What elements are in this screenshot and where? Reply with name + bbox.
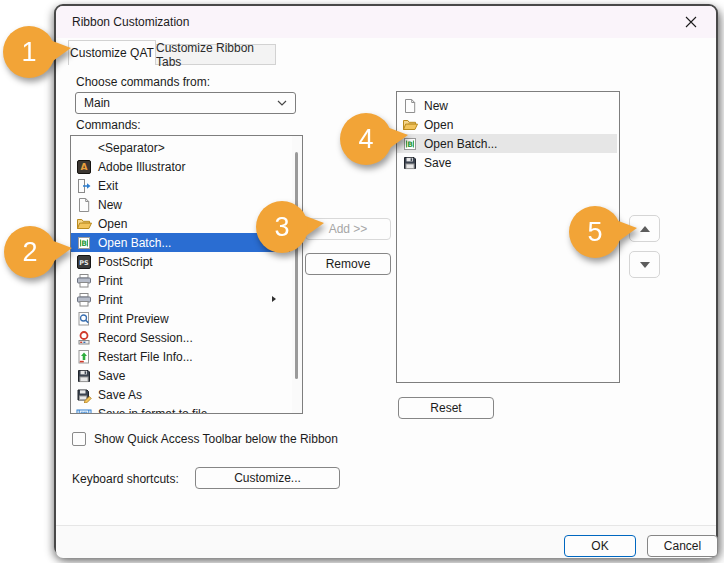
open-batch-icon: B <box>76 235 92 251</box>
tab-customize-qat[interactable]: Customize QAT <box>68 40 156 65</box>
restart-file-info-icon <box>76 349 92 365</box>
show-qat-below-ribbon-row: Show Quick Access Toolbar below the Ribb… <box>72 432 338 446</box>
tab-label: Customize QAT <box>70 46 154 60</box>
svg-text:B: B <box>81 238 87 247</box>
list-item[interactable]: Restart File Info... <box>71 347 290 366</box>
remove-button[interactable]: Remove <box>305 253 391 275</box>
close-button[interactable] <box>676 10 706 34</box>
exit-icon <box>76 178 92 194</box>
ok-button-label: OK <box>591 539 608 553</box>
list-item[interactable]: <Separator> <box>71 138 290 157</box>
ribbon-customization-dialog: Ribbon Customization Customize QAT Custo… <box>54 4 718 556</box>
list-item-label: Print Preview <box>98 312 169 326</box>
submenu-arrow-icon <box>272 296 276 302</box>
reset-button[interactable]: Reset <box>398 397 494 419</box>
move-down-button[interactable] <box>629 251 660 278</box>
commands-source-dropdown[interactable]: Main <box>75 92 296 114</box>
list-item[interactable]: Print Preview <box>71 309 290 328</box>
list-item-label: Exit <box>98 179 118 193</box>
list-item[interactable]: Save in format to file <box>71 404 290 414</box>
list-item[interactable]: New <box>397 96 617 115</box>
open-folder-icon <box>402 117 418 133</box>
printer-icon <box>76 273 92 289</box>
new-file-icon <box>402 98 418 114</box>
tab-label: Customize Ribbon Tabs <box>156 41 275 69</box>
chevron-down-icon <box>277 100 287 106</box>
commands-label: Commands: <box>76 118 141 132</box>
list-item-label: New <box>98 198 122 212</box>
list-item-label: Print <box>98 293 123 307</box>
list-item[interactable]: Print <box>71 271 290 290</box>
title-bar: Ribbon Customization <box>56 6 716 38</box>
list-item[interactable]: Save <box>71 366 290 385</box>
customize-shortcuts-button[interactable]: Customize... <box>195 467 340 489</box>
save-icon <box>402 155 418 171</box>
list-item[interactable]: BOpen Batch... <box>397 134 617 153</box>
cancel-button[interactable]: Cancel <box>647 535 718 557</box>
list-item-label: Open Batch... <box>98 236 171 250</box>
choose-commands-label: Choose commands from: <box>76 75 210 89</box>
down-arrow-icon <box>640 262 650 268</box>
add-button-label: Add >> <box>329 222 368 236</box>
remove-button-label: Remove <box>326 257 371 271</box>
list-item-label: Adobe Illustrator <box>98 160 185 174</box>
list-item-label: New <box>424 99 448 113</box>
no-icon <box>76 140 92 156</box>
keyboard-shortcuts-label: Keyboard shortcuts: <box>72 472 179 486</box>
printer-icon <box>76 292 92 308</box>
open-batch-icon: B <box>402 136 418 152</box>
callout-number: 1 <box>3 26 55 78</box>
list-item[interactable]: Open <box>397 115 617 134</box>
move-up-button[interactable] <box>629 215 660 242</box>
close-icon <box>685 16 697 28</box>
list-item-label: Restart File Info... <box>98 350 193 364</box>
list-item[interactable]: PSPostScript <box>71 252 290 271</box>
svg-text:A: A <box>81 162 88 172</box>
list-item-label: Open <box>98 217 127 231</box>
list-item[interactable]: Save <box>397 153 617 172</box>
add-button[interactable]: Add >> <box>305 218 391 240</box>
ok-button[interactable]: OK <box>564 535 636 557</box>
list-item[interactable]: Print <box>71 290 290 309</box>
list-item-label: PostScript <box>98 255 153 269</box>
list-item[interactable]: Exit <box>71 176 290 195</box>
svg-text:B: B <box>407 139 413 148</box>
commands-listbox[interactable]: <Separator>AAdobe IllustratorExitNewOpen… <box>70 135 303 414</box>
list-item[interactable]: Open <box>71 214 290 233</box>
list-item-label: Record Session... <box>98 331 193 345</box>
list-item-label: Save in format to file <box>98 407 207 415</box>
record-session-icon <box>76 330 92 346</box>
new-file-icon <box>76 197 92 213</box>
cancel-button-label: Cancel <box>664 539 701 553</box>
list-item-label: Save As <box>98 388 142 402</box>
checkbox-label: Show Quick Access Toolbar below the Ribb… <box>94 432 338 446</box>
list-item[interactable]: New <box>71 195 290 214</box>
list-item[interactable]: BOpen Batch... <box>71 233 290 252</box>
film-strip-icon <box>76 406 92 415</box>
postscript-icon: PS <box>76 254 92 270</box>
callout-number: 2 <box>4 226 56 278</box>
print-preview-icon <box>76 311 92 327</box>
scrollbar-thumb[interactable] <box>295 152 298 379</box>
qat-listbox[interactable]: NewOpenBOpen Batch...Save <box>396 91 620 383</box>
open-folder-icon <box>76 216 92 232</box>
list-item-label: Open <box>424 118 453 132</box>
list-item[interactable]: Record Session... <box>71 328 290 347</box>
list-item-label: Save <box>424 156 451 170</box>
list-item-label: <Separator> <box>98 141 165 155</box>
dialog-title: Ribbon Customization <box>72 6 189 38</box>
save-icon <box>76 368 92 384</box>
tab-customize-ribbon-tabs[interactable]: Customize Ribbon Tabs <box>155 44 276 65</box>
adobe-illustrator-icon: A <box>76 159 92 175</box>
list-item[interactable]: Save As <box>71 385 290 404</box>
save-as-icon <box>76 387 92 403</box>
up-arrow-icon <box>640 226 650 232</box>
list-item-label: Print <box>98 274 123 288</box>
dropdown-value: Main <box>84 96 110 110</box>
list-item-label: Save <box>98 369 125 383</box>
show-qat-below-ribbon-checkbox[interactable] <box>72 432 86 446</box>
scrollbar[interactable] <box>292 136 302 413</box>
reset-button-label: Reset <box>430 401 461 415</box>
list-item[interactable]: AAdobe Illustrator <box>71 157 290 176</box>
screen: Ribbon Customization Customize QAT Custo… <box>0 0 724 563</box>
